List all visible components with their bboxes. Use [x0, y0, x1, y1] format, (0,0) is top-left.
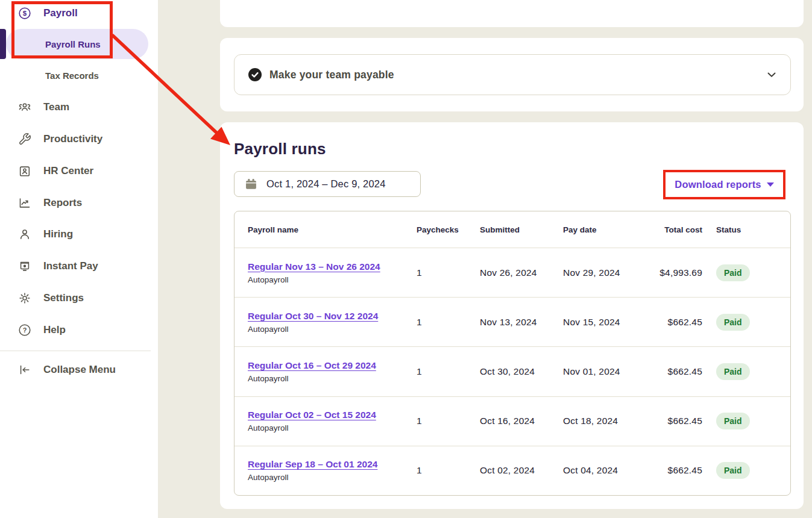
caret-down-icon — [767, 183, 774, 187]
payroll-run-link[interactable]: Regular Oct 02 – Oct 15 2024 — [248, 410, 376, 420]
total-cost-value: $662.45 — [653, 416, 702, 426]
payroll-table: Payroll name Paychecks Submitted Pay dat… — [234, 211, 791, 496]
col-header-payroll-name: Payroll name — [248, 225, 417, 234]
sidebar-item-tax-records[interactable]: Tax Records — [45, 67, 99, 84]
total-cost-value: $4,993.69 — [653, 267, 702, 278]
col-header-submitted: Submitted — [480, 225, 563, 234]
status-badge: Paid — [716, 314, 750, 331]
col-header-total-cost: Total cost — [653, 225, 702, 234]
status-badge: Paid — [716, 363, 750, 380]
date-range-picker[interactable]: Oct 1, 2024 – Dec 9, 2024 — [234, 171, 421, 197]
submitted-value: Oct 30, 2024 — [480, 366, 563, 377]
annotation-box-download: Download reports — [663, 170, 785, 199]
sidebar-item-label: Settings — [43, 292, 84, 304]
download-reports-label: Download reports — [675, 179, 761, 190]
table-row: Regular Oct 02 – Oct 15 2024 Autopayroll… — [234, 396, 790, 446]
dollar-circle-icon: $ — [18, 7, 31, 20]
table-row: Regular Oct 30 – Nov 12 2024 Autopayroll… — [234, 297, 790, 346]
sidebar-item-settings[interactable]: Settings — [18, 290, 84, 307]
team-icon — [18, 101, 31, 114]
status-badge: Paid — [716, 462, 750, 479]
payroll-runs-card: Payroll runs Oct 1, 2024 – Dec 9, 2024 D… — [220, 122, 804, 509]
calendar-icon — [244, 177, 258, 191]
payroll-run-subtitle: Autopayroll — [248, 423, 417, 432]
date-range-value: Oct 1, 2024 – Dec 9, 2024 — [266, 178, 386, 190]
person-icon — [18, 228, 31, 241]
sidebar-item-reports[interactable]: Reports — [18, 195, 82, 211]
paychecks-value: 1 — [417, 465, 480, 476]
pay-date-value: Nov 01, 2024 — [563, 366, 653, 377]
sidebar-item-payroll-runs[interactable]: Payroll Runs — [6, 29, 148, 59]
paychecks-value: 1 — [417, 416, 480, 426]
chart-icon — [18, 196, 31, 210]
check-circle-icon — [248, 67, 262, 82]
sidebar-divider — [0, 351, 151, 351]
sidebar: $ Payroll Payroll Runs Tax Records Team — [0, 0, 158, 518]
sidebar-item-label: Hiring — [43, 228, 73, 240]
active-indicator — [0, 29, 6, 59]
collapse-menu-button[interactable]: Collapse Menu — [18, 361, 116, 378]
status-badge: Paid — [716, 264, 750, 281]
submitted-value: Nov 26, 2024 — [480, 267, 563, 278]
submitted-value: Oct 16, 2024 — [480, 416, 563, 426]
pay-date-value: Oct 04, 2024 — [563, 465, 653, 476]
payroll-run-link[interactable]: Regular Sep 18 – Oct 01 2024 — [248, 459, 377, 470]
collapse-arrow-icon — [18, 363, 31, 376]
table-row: Regular Nov 13 – Nov 26 2024 Autopayroll… — [234, 248, 790, 297]
payroll-run-subtitle: Autopayroll — [248, 473, 417, 482]
submitted-value: Oct 02, 2024 — [480, 465, 563, 476]
atm-icon — [18, 260, 31, 273]
payroll-run-subtitle: Autopayroll — [248, 325, 417, 334]
sidebar-item-label: Help — [43, 324, 66, 336]
sidebar-item-label: HR Center — [43, 165, 93, 177]
app-root: $ Payroll Payroll Runs Tax Records Team — [0, 0, 812, 518]
page-title: Payroll runs — [234, 140, 326, 158]
payroll-run-link[interactable]: Regular Nov 13 – Nov 26 2024 — [248, 261, 380, 272]
payroll-run-subtitle: Autopayroll — [248, 275, 417, 284]
sidebar-item-label: Tax Records — [45, 70, 99, 81]
paychecks-value: 1 — [417, 366, 480, 377]
sidebar-item-label: Team — [43, 101, 69, 113]
sidebar-item-payroll[interactable]: $ Payroll — [18, 5, 78, 22]
top-card — [220, 0, 804, 27]
id-badge-icon — [18, 164, 31, 178]
total-cost-value: $662.45 — [653, 366, 702, 377]
sidebar-item-label: Payroll — [43, 7, 78, 19]
col-header-status: Status — [702, 225, 777, 234]
sidebar-item-label: Instant Pay — [43, 260, 98, 272]
download-reports-button[interactable]: Download reports — [675, 179, 773, 190]
table-header-row: Payroll name Paychecks Submitted Pay dat… — [234, 211, 790, 248]
sidebar-item-team[interactable]: Team — [18, 99, 69, 116]
table-row: Regular Oct 16 – Oct 29 2024 Autopayroll… — [234, 346, 790, 396]
pay-date-value: Nov 15, 2024 — [563, 317, 653, 328]
svg-text:$: $ — [23, 10, 27, 17]
sidebar-item-productivity[interactable]: Productivity — [18, 131, 102, 148]
accordion-title: Make your team payable — [269, 69, 394, 81]
pay-date-value: Oct 18, 2024 — [563, 416, 653, 426]
chevron-down-icon[interactable] — [765, 68, 778, 81]
status-badge: Paid — [716, 413, 750, 429]
question-icon: ? — [18, 323, 31, 337]
svg-text:?: ? — [23, 326, 27, 334]
total-cost-value: $662.45 — [653, 317, 702, 328]
wrench-icon — [18, 133, 31, 146]
sidebar-item-label: Reports — [43, 197, 82, 209]
sidebar-item-hr-center[interactable]: HR Center — [18, 163, 93, 179]
pay-date-value: Nov 29, 2024 — [563, 267, 653, 278]
col-header-paychecks: Paychecks — [417, 225, 480, 234]
paychecks-value: 1 — [417, 317, 480, 328]
sidebar-item-label: Productivity — [43, 133, 102, 145]
submitted-value: Nov 13, 2024 — [480, 317, 563, 328]
table-row: Regular Sep 18 – Oct 01 2024 Autopayroll… — [234, 446, 790, 495]
paychecks-value: 1 — [417, 267, 480, 278]
payroll-run-link[interactable]: Regular Oct 16 – Oct 29 2024 — [248, 360, 376, 371]
sidebar-item-hiring[interactable]: Hiring — [18, 226, 73, 243]
sidebar-item-label: Payroll Runs — [45, 39, 101, 49]
make-team-payable-accordion[interactable]: Make your team payable — [234, 54, 791, 95]
col-header-pay-date: Pay date — [563, 225, 653, 234]
onboarding-card: Make your team payable — [220, 38, 804, 111]
sidebar-item-instant-pay[interactable]: Instant Pay — [18, 258, 98, 275]
payroll-run-link[interactable]: Regular Oct 30 – Nov 12 2024 — [248, 311, 378, 322]
sidebar-item-help[interactable]: ? Help — [18, 322, 66, 339]
gear-icon — [18, 292, 31, 305]
